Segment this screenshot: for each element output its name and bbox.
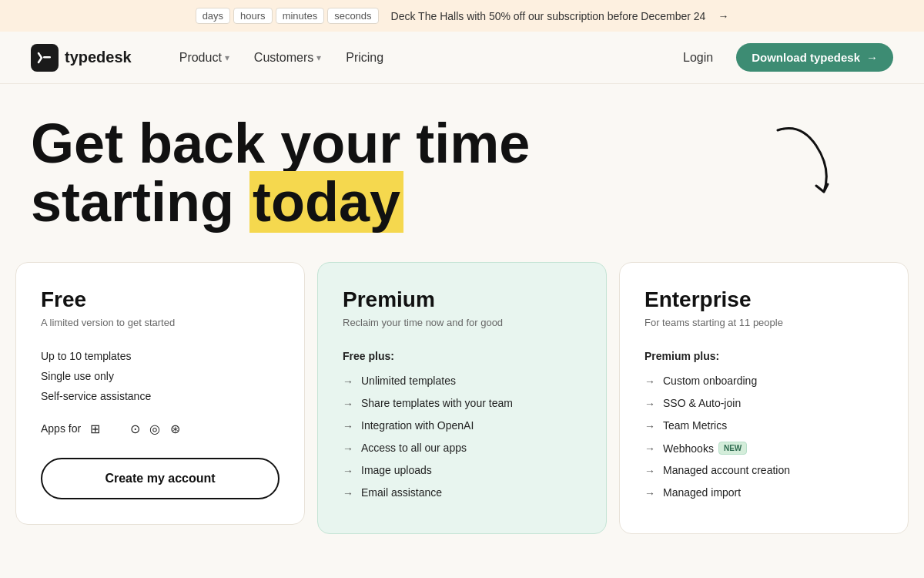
premium-subtitle: Reclaim your time now and for good (343, 317, 581, 328)
arrow-icon: → (343, 442, 353, 455)
new-badge: NEW (718, 442, 747, 455)
enterprise-section-label: Premium plus: (644, 350, 883, 362)
product-chevron-icon: ▾ (225, 52, 229, 63)
list-item: Up to 10 templates (41, 350, 280, 362)
seconds-timer: seconds (327, 8, 378, 24)
countdown-timers: days hours minutes seconds (196, 8, 379, 24)
arrow-icon: → (644, 420, 655, 432)
list-item: → Custom onboarding (644, 375, 883, 388)
apple-icon (107, 421, 122, 436)
nav-customers[interactable]: Customers ▾ (243, 45, 332, 71)
free-tier-label: Free (41, 287, 280, 312)
arrow-icon: → (644, 465, 655, 477)
apps-for-row: Apps for ⊞ ⊙ ◎ ⊛ (41, 421, 280, 436)
firefox-icon: ◎ (147, 421, 162, 436)
create-account-button[interactable]: Create my account (41, 458, 280, 499)
logo-icon (31, 44, 59, 72)
premium-features-list: → Unlimited templates → Share templates … (343, 375, 581, 499)
nav-right: Login Download typedesk → (672, 43, 893, 72)
days-timer: days (196, 8, 230, 24)
list-item: → Webhooks NEW (644, 442, 883, 455)
minutes-timer: minutes (276, 8, 325, 24)
arrow-icon: → (343, 420, 353, 432)
hero-title: Get back your time starting today (31, 115, 631, 231)
nav-product[interactable]: Product ▾ (169, 45, 240, 71)
login-button[interactable]: Login (672, 45, 724, 71)
list-item: → Managed import (644, 486, 883, 499)
main-nav: typedesk Product ▾ Customers ▾ Pricing L… (0, 32, 924, 84)
hero-highlight: today (249, 171, 403, 233)
banner-text: Deck The Halls with 50% off our subscrip… (391, 10, 706, 22)
announcement-banner: days hours minutes seconds Deck The Hall… (0, 0, 924, 32)
svg-rect-1 (43, 56, 51, 59)
list-item: → Managed account creation (644, 464, 883, 477)
logo-text: typedesk (65, 49, 132, 66)
nav-links: Product ▾ Customers ▾ Pricing (169, 45, 672, 71)
list-item: → Team Metrics (644, 419, 883, 432)
customers-chevron-icon: ▾ (316, 52, 321, 63)
premium-section-label: Free plus: (343, 350, 581, 362)
premium-tier-label: Premium (343, 287, 581, 312)
arrow-icon: → (343, 487, 353, 499)
list-item: Single use only (41, 370, 280, 382)
windows-icon: ⊞ (87, 421, 102, 436)
free-features-list: Up to 10 templates Single use only Self-… (41, 350, 280, 402)
enterprise-card: Enterprise For teams starting at 11 peop… (619, 262, 909, 534)
arrow-icon: → (644, 375, 655, 388)
apps-for-label: Apps for (41, 422, 81, 435)
download-arrow-icon: → (866, 51, 878, 64)
list-item: → Access to all our apps (343, 442, 581, 455)
enterprise-tier-label: Enterprise (644, 287, 883, 312)
list-item: → Image uploads (343, 464, 581, 477)
logo-link[interactable]: typedesk (31, 44, 132, 72)
hours-timer: hours (233, 8, 273, 24)
app-icons: ⊞ ⊙ ◎ ⊛ (87, 421, 182, 436)
banner-arrow-icon: → (718, 10, 728, 22)
pricing-cards: Free A limited version to get started Up… (0, 247, 924, 534)
free-subtitle: A limited version to get started (41, 317, 280, 328)
arrow-icon: → (343, 398, 353, 410)
list-item: → Integration with OpenAI (343, 419, 581, 432)
list-item: → Unlimited templates (343, 375, 581, 388)
arrow-icon: → (343, 465, 353, 477)
other-icon: ⊛ (167, 421, 182, 436)
hero-arrow-illustration (755, 115, 862, 223)
list-item: → Email assistance (343, 486, 581, 499)
hero-section: Get back your time starting today (0, 84, 924, 247)
enterprise-features-list: → Custom onboarding → SSO & Auto-join → … (644, 375, 883, 499)
arrow-icon: → (644, 487, 655, 499)
arrow-icon: → (644, 398, 655, 410)
enterprise-subtitle: For teams starting at 11 people (644, 317, 883, 328)
chrome-icon: ⊙ (127, 421, 142, 436)
arrow-icon: → (644, 442, 655, 455)
list-item: → SSO & Auto-join (644, 397, 883, 410)
list-item: Self-service assistance (41, 390, 280, 402)
premium-card: Premium Reclaim your time now and for go… (317, 262, 607, 534)
arrow-icon: → (343, 375, 353, 388)
download-button[interactable]: Download typedesk → (736, 43, 893, 72)
list-item: → Share templates with your team (343, 397, 581, 410)
nav-pricing[interactable]: Pricing (335, 45, 394, 71)
free-card: Free A limited version to get started Up… (15, 262, 305, 525)
